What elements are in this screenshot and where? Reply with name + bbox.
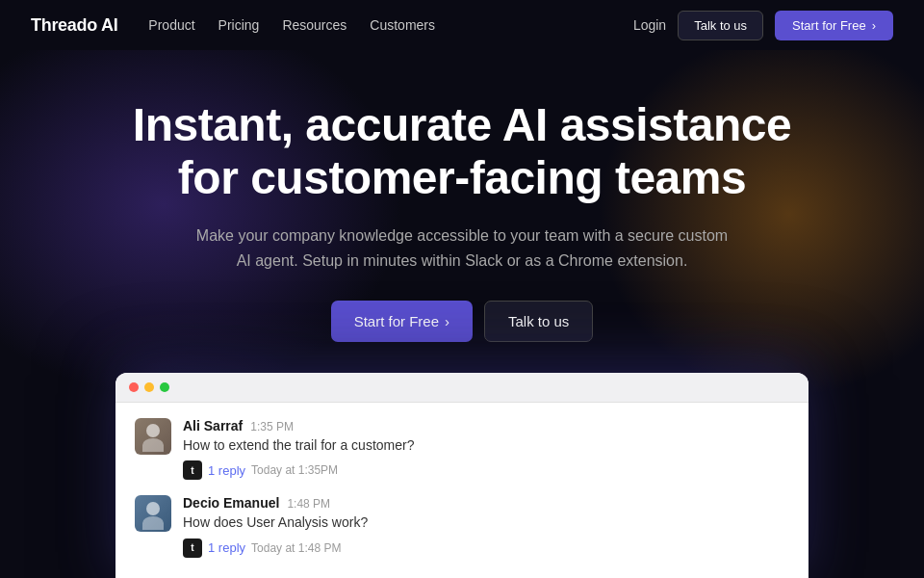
reply-time-1: Today at 1:35PM — [251, 463, 338, 477]
message-header-2: Decio Emanuel 1:48 PM — [183, 495, 368, 511]
hero-buttons: Start for Free › Talk to us — [331, 301, 594, 342]
message-name-1: Ali Sarraf — [183, 418, 243, 434]
message-body-2: Decio Emanuel 1:48 PM How does User Anal… — [183, 495, 368, 558]
message-time-2: 1:48 PM — [287, 497, 330, 511]
chat-message-1: Ali Sarraf 1:35 PM How to extend the tra… — [135, 418, 789, 481]
message-name-2: Decio Emanuel — [183, 495, 279, 511]
login-button[interactable]: Login — [633, 17, 666, 33]
talk-hero-button[interactable]: Talk to us — [484, 301, 593, 342]
chat-content: Ali Sarraf 1:35 PM How to extend the tra… — [116, 403, 808, 578]
demo-window: Ali Sarraf 1:35 PM How to extend the tra… — [116, 373, 808, 578]
start-free-hero-button[interactable]: Start for Free › — [331, 301, 473, 342]
nav-link-product[interactable]: Product — [148, 17, 194, 33]
navbar: Threado AI Product Pricing Resources Cus… — [0, 0, 924, 50]
nav-right: Login Talk to us Start for Free › — [633, 11, 893, 40]
message-time-1: 1:35 PM — [250, 420, 294, 434]
nav-link-pricing[interactable]: Pricing — [218, 17, 260, 33]
nav-links: Product Pricing Resources Customers — [148, 17, 435, 33]
threado-icon-2: t — [183, 539, 202, 558]
hero-subtitle: Make your company knowledge accessible t… — [192, 223, 732, 273]
message-text-2: How does User Analysis work? — [183, 513, 368, 533]
reply-count-2[interactable]: 1 reply — [208, 540, 245, 555]
chat-message-2: Decio Emanuel 1:48 PM How does User Anal… — [135, 495, 789, 558]
nav-link-customers[interactable]: Customers — [370, 17, 435, 33]
threado-icon-1: t — [183, 460, 202, 480]
reply-line-2: t 1 reply Today at 1:48 PM — [183, 539, 368, 558]
talk-button[interactable]: Talk to us — [678, 11, 763, 40]
hero-title: Instant, accurate AI assistance for cust… — [116, 98, 808, 204]
nav-link-resources[interactable]: Resources — [282, 17, 346, 33]
window-dot-yellow — [144, 382, 154, 392]
hero-section: Instant, accurate AI assistance for cust… — [0, 50, 924, 578]
avatar-ali — [135, 418, 171, 455]
window-title-bar — [116, 373, 808, 403]
start-free-nav-button[interactable]: Start for Free › — [775, 11, 893, 40]
reply-time-2: Today at 1:48 PM — [251, 541, 341, 555]
message-header-1: Ali Sarraf 1:35 PM — [183, 418, 414, 434]
message-text-1: How to extend the trail for a customer? — [183, 436, 414, 456]
reply-count-1[interactable]: 1 reply — [208, 463, 245, 478]
window-dot-green — [160, 382, 169, 392]
avatar-decio — [135, 495, 171, 532]
reply-line-1: t 1 reply Today at 1:35PM — [183, 460, 414, 480]
window-dot-red — [129, 382, 139, 392]
logo: Threado AI — [31, 15, 117, 36]
nav-left: Threado AI Product Pricing Resources Cus… — [31, 15, 435, 36]
message-body-1: Ali Sarraf 1:35 PM How to extend the tra… — [183, 418, 414, 481]
